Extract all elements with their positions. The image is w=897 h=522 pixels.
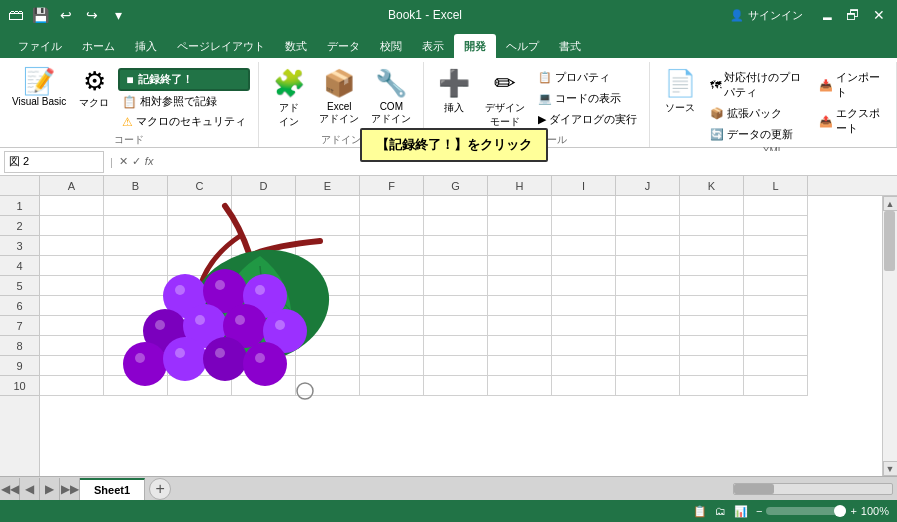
cell-c4[interactable]: [168, 256, 232, 276]
cell-k6[interactable]: [680, 296, 744, 316]
scroll-track[interactable]: [883, 211, 897, 461]
cell-d10[interactable]: [232, 376, 296, 396]
restore-button[interactable]: 🗗: [843, 5, 863, 25]
tab-help[interactable]: ヘルプ: [496, 34, 549, 58]
col-header-j[interactable]: J: [616, 176, 680, 195]
cell-l3[interactable]: [744, 236, 808, 256]
view-code-button[interactable]: 💻 コードの表示: [534, 89, 641, 108]
cell-i2[interactable]: [552, 216, 616, 236]
cell-a3[interactable]: [40, 236, 104, 256]
tab-pagelayout[interactable]: ページレイアウト: [167, 34, 275, 58]
cell-h4[interactable]: [488, 256, 552, 276]
sheet-tab-sheet1[interactable]: Sheet1: [80, 478, 145, 500]
cell-l1[interactable]: [744, 196, 808, 216]
hscroll-thumb[interactable]: [734, 484, 774, 494]
cell-k8[interactable]: [680, 336, 744, 356]
import-button[interactable]: 📥 インポート: [815, 68, 888, 102]
cell-l10[interactable]: [744, 376, 808, 396]
cell-i6[interactable]: [552, 296, 616, 316]
cell-b9[interactable]: [104, 356, 168, 376]
com-addins-button[interactable]: 🔧 COMアドイン: [367, 66, 415, 131]
cell-a5[interactable]: [40, 276, 104, 296]
tab-data[interactable]: データ: [317, 34, 370, 58]
cell-d3[interactable]: [232, 236, 296, 256]
cell-f8[interactable]: [360, 336, 424, 356]
cell-l4[interactable]: [744, 256, 808, 276]
cell-a2[interactable]: [40, 216, 104, 236]
row-header-9[interactable]: 9: [0, 356, 39, 376]
tab-developer[interactable]: 開発: [454, 34, 496, 58]
cell-j8[interactable]: [616, 336, 680, 356]
cell-g3[interactable]: [424, 236, 488, 256]
cancel-formula-icon[interactable]: ✕: [119, 155, 128, 168]
cell-g1[interactable]: [424, 196, 488, 216]
map-properties-button[interactable]: 🗺 対応付けのプロパティ: [706, 68, 811, 102]
cell-c9[interactable]: [168, 356, 232, 376]
col-header-g[interactable]: G: [424, 176, 488, 195]
cell-i4[interactable]: [552, 256, 616, 276]
cell-c3[interactable]: [168, 236, 232, 256]
cell-b6[interactable]: [104, 296, 168, 316]
cell-i10[interactable]: [552, 376, 616, 396]
export-button[interactable]: 📤 エクスポート: [815, 104, 888, 138]
cell-g4[interactable]: [424, 256, 488, 276]
cell-g6[interactable]: [424, 296, 488, 316]
tab-view[interactable]: 表示: [412, 34, 454, 58]
sheet-nav-last[interactable]: ▶▶: [60, 478, 80, 500]
col-header-k[interactable]: K: [680, 176, 744, 195]
cell-h3[interactable]: [488, 236, 552, 256]
cell-i7[interactable]: [552, 316, 616, 336]
cell-h8[interactable]: [488, 336, 552, 356]
cell-f1[interactable]: [360, 196, 424, 216]
cell-j9[interactable]: [616, 356, 680, 376]
sheet-nav-first[interactable]: ◀◀: [0, 478, 20, 500]
sheet-nav-prev[interactable]: ◀: [20, 478, 40, 500]
cell-c1[interactable]: [168, 196, 232, 216]
cell-c6[interactable]: [168, 296, 232, 316]
cell-a7[interactable]: [40, 316, 104, 336]
cell-f10[interactable]: [360, 376, 424, 396]
cell-i1[interactable]: [552, 196, 616, 216]
cell-b3[interactable]: [104, 236, 168, 256]
name-box[interactable]: 図 2: [4, 151, 104, 173]
cell-b2[interactable]: [104, 216, 168, 236]
row-header-1[interactable]: 1: [0, 196, 39, 216]
col-header-i[interactable]: I: [552, 176, 616, 195]
row-header-4[interactable]: 4: [0, 256, 39, 276]
cell-k10[interactable]: [680, 376, 744, 396]
cell-l6[interactable]: [744, 296, 808, 316]
redo-icon[interactable]: ↪: [82, 5, 102, 25]
cell-e2[interactable]: [296, 216, 360, 236]
vertical-scrollbar[interactable]: ▲ ▼: [882, 196, 897, 476]
col-header-e[interactable]: E: [296, 176, 360, 195]
col-header-a[interactable]: A: [40, 176, 104, 195]
cell-k1[interactable]: [680, 196, 744, 216]
cell-e6[interactable]: [296, 296, 360, 316]
tab-home[interactable]: ホーム: [72, 34, 125, 58]
cell-b4[interactable]: [104, 256, 168, 276]
cell-k3[interactable]: [680, 236, 744, 256]
cell-h10[interactable]: [488, 376, 552, 396]
cell-a8[interactable]: [40, 336, 104, 356]
cell-k5[interactable]: [680, 276, 744, 296]
cell-c5[interactable]: [168, 276, 232, 296]
row-header-5[interactable]: 5: [0, 276, 39, 296]
normal-view-icon[interactable]: 📋: [693, 505, 707, 518]
cell-b1[interactable]: [104, 196, 168, 216]
cell-d8[interactable]: [232, 336, 296, 356]
cell-d4[interactable]: [232, 256, 296, 276]
properties-button[interactable]: 📋 プロパティ: [534, 68, 641, 87]
cell-g9[interactable]: [424, 356, 488, 376]
cell-e8[interactable]: [296, 336, 360, 356]
minimize-button[interactable]: 🗕: [817, 5, 837, 25]
cell-j7[interactable]: [616, 316, 680, 336]
cell-a1[interactable]: [40, 196, 104, 216]
row-header-10[interactable]: 10: [0, 376, 39, 396]
cell-f7[interactable]: [360, 316, 424, 336]
zoom-out-icon[interactable]: −: [756, 505, 762, 517]
tab-insert[interactable]: 挿入: [125, 34, 167, 58]
page-layout-icon[interactable]: 🗂: [715, 505, 726, 517]
col-header-h[interactable]: H: [488, 176, 552, 195]
expansion-pack-button[interactable]: 📦 拡張パック: [706, 104, 811, 123]
cell-h9[interactable]: [488, 356, 552, 376]
